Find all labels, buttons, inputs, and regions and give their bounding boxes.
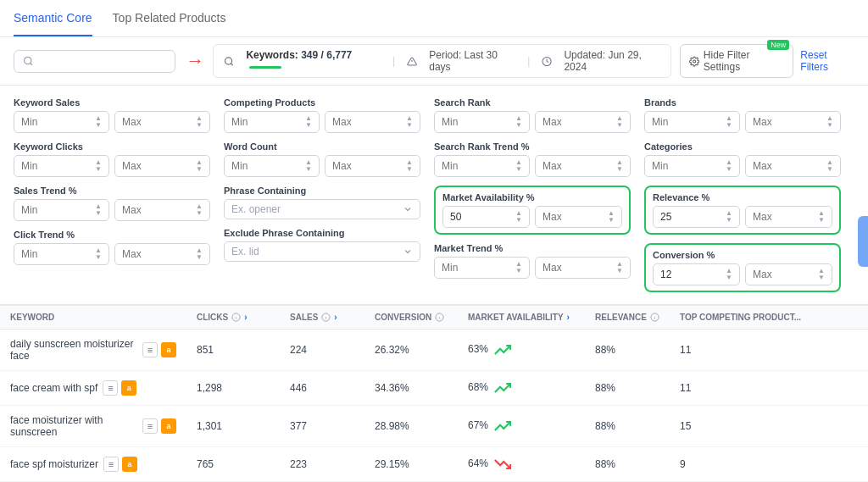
categories-max-input[interactable] — [753, 160, 825, 172]
filter-label-categories: Categories — [644, 141, 841, 152]
conversion-min[interactable]: ▲▼ — [653, 263, 740, 285]
competing-max[interactable]: ▲▼ — [325, 111, 420, 133]
keyword-text: face spf moisturizer — [10, 458, 98, 470]
filter-inputs-relevance: ▲▼ ▲▼ — [653, 206, 832, 228]
table-header-row: KEYWORD CLICKS › SALES › — [0, 306, 868, 330]
market-availability-max[interactable]: ▲▼ — [535, 206, 622, 228]
search-icon — [23, 55, 33, 67]
click-trend-max-input[interactable] — [122, 248, 194, 260]
reset-filters-button[interactable]: Reset Filters — [800, 49, 854, 73]
exclude-phrase-select[interactable]: Ex. lid — [224, 241, 420, 262]
categories-min-input[interactable] — [652, 160, 724, 172]
keyword-clicks-max[interactable]: ▲▼ — [114, 155, 210, 177]
td-relevance: 88% — [585, 406, 670, 447]
search-rank-trend-max[interactable]: ▲▼ — [535, 155, 631, 177]
search-rank-min[interactable]: ▲▼ — [434, 111, 530, 133]
updated-label: Updated: Jun 29, 2024 — [564, 49, 659, 73]
td-conversion: 34.36% — [364, 371, 458, 406]
amazon-badge[interactable]: a — [161, 342, 176, 357]
keyword-sales-min-input[interactable] — [21, 116, 93, 128]
filter-group-market-availability: Market Availability % ▲▼ ▲▼ — [434, 186, 631, 235]
keyword-icon-list[interactable]: ≡ — [103, 380, 118, 396]
filter-group-search-rank: Search Rank ▲▼ ▲▼ — [434, 97, 631, 133]
sales-trend-min-input[interactable] — [21, 204, 93, 216]
click-trend-min-input[interactable] — [21, 248, 93, 260]
search-rank-trend-max-input[interactable] — [542, 160, 615, 172]
search-input[interactable] — [38, 55, 166, 68]
th-relevance: RELEVANCE — [585, 306, 670, 330]
sales-sort[interactable]: › — [334, 313, 337, 322]
filter-group-keyword-clicks: Keyword Clicks ▲▼ ▲▼ — [14, 141, 210, 177]
relevance-min-input[interactable] — [660, 211, 724, 223]
competing-max-input[interactable] — [332, 116, 404, 128]
keyword-icon-list[interactable]: ≡ — [103, 457, 119, 472]
market-trend-max[interactable]: ▲▼ — [535, 257, 631, 279]
keyword-sales-max[interactable]: ▲▼ — [114, 111, 210, 133]
top-nav: Semantic Core Top Related Products — [0, 0, 868, 37]
keyword-clicks-min-input[interactable] — [21, 160, 93, 172]
search-rank-max-input[interactable] — [542, 116, 615, 128]
categories-max[interactable]: ▲▼ — [745, 155, 841, 177]
brands-min[interactable]: ▲▼ — [644, 111, 740, 133]
word-count-max-input[interactable] — [332, 160, 404, 172]
word-count-min[interactable]: ▲▼ — [224, 155, 320, 177]
market-availability-max-input[interactable] — [542, 211, 606, 223]
search-rank-min-input[interactable] — [442, 116, 514, 128]
click-trend-min[interactable]: ▲▼ — [14, 243, 109, 265]
competing-min[interactable]: ▲▼ — [224, 111, 320, 133]
table-wrap: KEYWORD CLICKS › SALES › — [0, 305, 868, 482]
categories-min[interactable]: ▲▼ — [644, 155, 740, 177]
market-trend-max-input[interactable] — [542, 262, 615, 274]
brands-max-input[interactable] — [753, 116, 825, 128]
keyword-clicks-max-input[interactable] — [122, 160, 194, 172]
td-relevance: 88% — [585, 330, 670, 371]
brands-min-input[interactable] — [652, 116, 724, 128]
keyword-icon-list[interactable]: ≡ — [142, 342, 158, 357]
clicks-sort[interactable]: › — [244, 313, 247, 322]
keyword-sales-max-input[interactable] — [122, 116, 194, 128]
conversion-max[interactable]: ▲▼ — [745, 263, 832, 285]
word-count-min-input[interactable] — [231, 160, 303, 172]
market-trend-min-input[interactable] — [442, 262, 514, 274]
search-rank-max[interactable]: ▲▼ — [535, 111, 631, 133]
filter-label-brands: Brands — [644, 97, 841, 108]
word-count-max[interactable]: ▲▼ — [325, 155, 420, 177]
sales-trend-max[interactable]: ▲▼ — [114, 199, 210, 221]
filter-group-relevance: Relevance % ▲▼ ▲▼ — [644, 186, 841, 235]
td-conversion: 28.98% — [364, 406, 458, 447]
keyword-sales-min[interactable]: ▲▼ — [14, 111, 109, 133]
conversion-max-input[interactable] — [753, 269, 816, 280]
filter-group-sales-trend: Sales Trend % ▲▼ ▲▼ — [14, 186, 210, 221]
tab-top-related[interactable]: Top Related Products — [113, 1, 226, 36]
search-rank-trend-min[interactable]: ▲▼ — [434, 155, 530, 177]
market-availability-min[interactable]: ▲▼ — [442, 206, 530, 228]
amazon-badge[interactable]: a — [122, 457, 137, 472]
amazon-badge[interactable]: a — [161, 418, 176, 434]
relevance-max[interactable]: ▲▼ — [745, 206, 832, 228]
tab-semantic-core[interactable]: Semantic Core — [14, 1, 92, 36]
keyword-clicks-min[interactable]: ▲▼ — [14, 155, 109, 177]
keyword-icon-list[interactable]: ≡ — [142, 418, 158, 434]
td-clicks: 1,298 — [186, 371, 280, 406]
market-availability-min-input[interactable] — [450, 211, 514, 223]
phrase-containing-select[interactable]: Ex. opener — [224, 199, 420, 219]
hide-filters-button[interactable]: Hide Filter Settings New — [680, 44, 794, 78]
sales-trend-max-input[interactable] — [122, 204, 194, 216]
filter-group-exclude-phrase: Exclude Phrase Containing Ex. lid — [224, 228, 420, 262]
relevance-max-input[interactable] — [753, 211, 816, 223]
td-sales: 377 — [280, 406, 364, 447]
click-trend-max[interactable]: ▲▼ — [114, 243, 210, 265]
amazon-badge[interactable]: a — [121, 380, 136, 396]
brands-max[interactable]: ▲▼ — [745, 111, 841, 133]
table-row: daily sunscreen moisturizer face ≡ a 851… — [0, 330, 868, 371]
market-trend-min[interactable]: ▲▼ — [434, 257, 530, 279]
market-sort[interactable]: › — [567, 313, 570, 322]
conversion-min-input[interactable] — [660, 269, 724, 280]
search-rank-trend-min-input[interactable] — [442, 160, 514, 172]
relevance-min[interactable]: ▲▼ — [653, 206, 740, 228]
competing-min-input[interactable] — [231, 116, 303, 128]
th-top-competing: TOP COMPETING PRODUCT... — [670, 306, 868, 330]
trend-down-icon — [494, 456, 511, 473]
sales-trend-min[interactable]: ▲▼ — [14, 199, 109, 221]
td-clicks: 1,301 — [186, 406, 280, 447]
